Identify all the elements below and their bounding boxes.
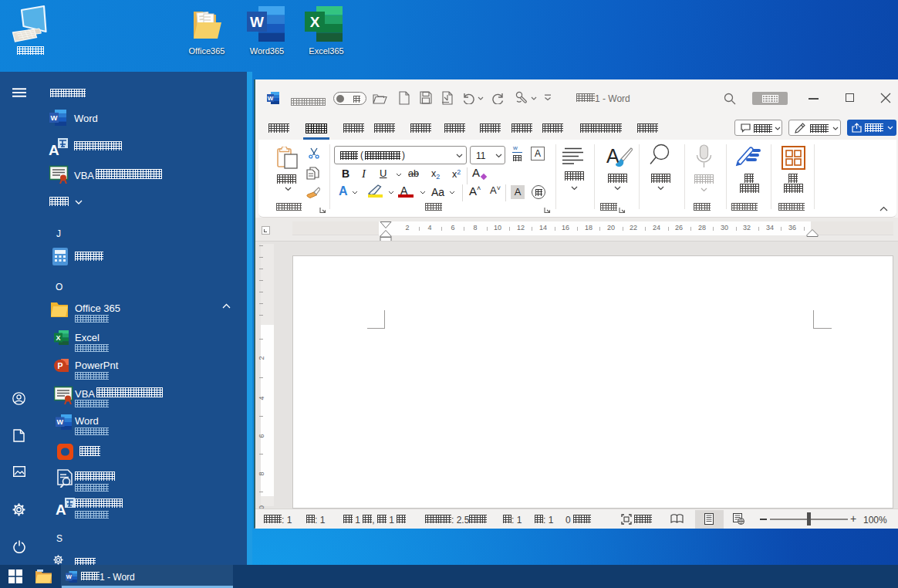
svg-text:A: A xyxy=(49,142,59,157)
svg-text:W: W xyxy=(66,573,73,580)
svg-text:W: W xyxy=(268,95,274,102)
svg-text:X: X xyxy=(310,14,320,30)
svg-text:W: W xyxy=(250,14,264,30)
svg-text:P: P xyxy=(57,361,62,370)
svg-text:W: W xyxy=(51,113,58,122)
svg-text:W: W xyxy=(57,418,64,426)
svg-text:X: X xyxy=(56,334,60,342)
svg-text:A: A xyxy=(56,502,66,516)
